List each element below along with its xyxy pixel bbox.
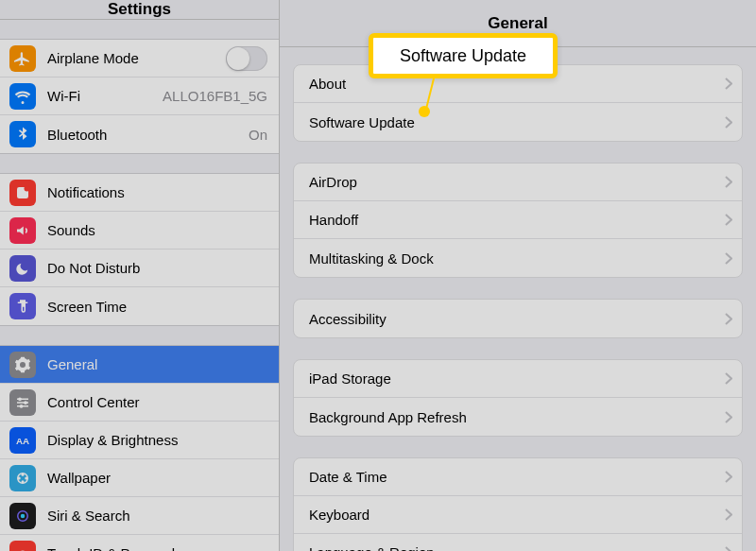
- detail-item-label: Keyboard: [309, 507, 725, 523]
- detail-item-airdrop[interactable]: AirDrop: [294, 164, 742, 201]
- svg-point-15: [21, 513, 26, 518]
- bluetooth-value: On: [249, 127, 267, 143]
- detail-group-sharing: AirDrop Handoff Multitasking & Dock: [293, 163, 743, 278]
- general-icon: [9, 352, 36, 378]
- sidebar-item-control-center[interactable]: Control Center: [0, 384, 279, 422]
- detail-group-system: Date & Time Keyboard Language & Region D…: [293, 457, 743, 551]
- svg-point-7: [20, 404, 24, 407]
- sidebar-title: Settings: [0, 0, 279, 20]
- sidebar-group-general: General Control Center AA Display & Brig…: [0, 345, 279, 551]
- sidebar-item-bluetooth[interactable]: Bluetooth On: [0, 115, 279, 153]
- detail-item-language[interactable]: Language & Region: [294, 534, 742, 551]
- chevron-right-icon: [725, 176, 732, 188]
- svg-point-11: [25, 476, 27, 479]
- chevron-right-icon: [725, 372, 732, 385]
- detail-item-multitasking[interactable]: Multitasking & Dock: [294, 239, 742, 277]
- sidebar-item-label: Wallpaper: [47, 470, 267, 486]
- detail-body[interactable]: About Software Update AirDrop Handoff: [280, 47, 756, 551]
- sidebar-item-siri[interactable]: Siri & Search: [0, 497, 279, 535]
- dnd-icon: [9, 255, 36, 282]
- chevron-right-icon: [725, 77, 732, 90]
- notifications-icon: [9, 180, 36, 206]
- sidebar-item-label: General: [47, 356, 267, 372]
- sidebar-item-wallpaper[interactable]: Wallpaper: [0, 459, 279, 497]
- chevron-right-icon: [725, 471, 732, 483]
- detail-item-label: Background App Refresh: [309, 409, 725, 425]
- sidebar-item-screentime[interactable]: Screen Time: [0, 287, 279, 325]
- bluetooth-icon: [9, 121, 36, 147]
- svg-point-5: [18, 397, 22, 401]
- sidebar-group-connectivity: Airplane Mode Wi-Fi ALLO16FB1_5G Bluetoo…: [0, 39, 279, 154]
- siri-icon: [9, 503, 36, 529]
- detail-item-bg-refresh[interactable]: Background App Refresh: [294, 398, 742, 436]
- airplane-icon: [9, 45, 36, 72]
- svg-point-12: [22, 480, 25, 483]
- detail-item-accessibility[interactable]: Accessibility: [294, 300, 742, 337]
- detail-item-label: Handoff: [309, 212, 725, 228]
- chevron-right-icon: [725, 116, 732, 129]
- detail-item-label: iPad Storage: [309, 370, 725, 387]
- sidebar-item-label: Sounds: [47, 222, 267, 238]
- detail-item-label: Software Update: [309, 114, 725, 130]
- sidebar-item-wifi[interactable]: Wi-Fi ALLO16FB1_5G: [0, 77, 279, 115]
- touchid-icon: [9, 541, 36, 552]
- sidebar-item-label: Control Center: [47, 394, 267, 410]
- sidebar-item-label: Screen Time: [47, 299, 267, 315]
- annotation-pointer-dot: [419, 106, 430, 117]
- sidebar-item-label: Notifications: [47, 184, 267, 200]
- wifi-icon: [9, 83, 36, 110]
- detail-item-storage[interactable]: iPad Storage: [294, 360, 742, 398]
- sidebar-item-label: Wi-Fi: [47, 88, 155, 104]
- chevron-right-icon: [725, 252, 732, 265]
- svg-text:AA: AA: [16, 435, 29, 445]
- svg-point-1: [25, 185, 30, 191]
- sidebar-item-airplane[interactable]: Airplane Mode: [0, 40, 279, 77]
- sidebar-group-notifications: Notifications Sounds Do Not Disturb Scre…: [0, 173, 279, 326]
- sidebar-item-label: Display & Brightness: [47, 432, 267, 448]
- sidebar-item-label: Airplane Mode: [47, 50, 226, 66]
- detail-item-label: Multitasking & Dock: [309, 250, 725, 267]
- sidebar-item-dnd[interactable]: Do Not Disturb: [0, 250, 279, 287]
- airplane-toggle[interactable]: [226, 46, 267, 71]
- detail-group-accessibility: Accessibility: [293, 299, 743, 338]
- display-icon: AA: [9, 427, 36, 454]
- settings-app: Settings Airplane Mode Wi-Fi ALLO16FB1_5…: [0, 0, 756, 551]
- screentime-icon: [9, 293, 36, 319]
- sidebar-item-notifications[interactable]: Notifications: [0, 174, 279, 212]
- sidebar-item-sounds[interactable]: Sounds: [0, 212, 279, 250]
- detail-item-software-update[interactable]: Software Update: [294, 103, 742, 141]
- chevron-right-icon: [725, 411, 732, 423]
- control-icon: [9, 389, 36, 416]
- sounds-icon: [9, 217, 36, 244]
- detail-item-handoff[interactable]: Handoff: [294, 201, 742, 239]
- detail-pane: General About Software Update AirDrop: [280, 0, 756, 551]
- chevron-right-icon: [725, 214, 732, 226]
- wifi-value: ALLO16FB1_5G: [163, 88, 267, 104]
- annotation-text: Software Update: [400, 46, 526, 66]
- wallpaper-icon: [9, 465, 36, 491]
- detail-item-keyboard[interactable]: Keyboard: [294, 496, 742, 534]
- detail-item-date-time[interactable]: Date & Time: [294, 458, 742, 496]
- sidebar-item-label: Touch ID & Passcode: [47, 545, 267, 551]
- svg-point-6: [24, 401, 27, 405]
- chevron-right-icon: [725, 508, 732, 521]
- svg-point-10: [22, 473, 25, 475]
- sidebar-item-label: Bluetooth: [47, 127, 241, 143]
- detail-item-label: AirDrop: [309, 174, 725, 190]
- detail-item-label: Accessibility: [309, 311, 725, 327]
- sidebar-item-label: Do Not Disturb: [47, 260, 267, 276]
- chevron-right-icon: [725, 546, 732, 551]
- sidebar-item-touchid[interactable]: Touch ID & Passcode: [0, 535, 279, 551]
- annotation-callout: Software Update: [369, 33, 558, 78]
- sidebar-item-display[interactable]: AA Display & Brightness: [0, 422, 279, 459]
- sidebar-item-label: Siri & Search: [47, 508, 267, 524]
- detail-item-label: Date & Time: [309, 469, 725, 485]
- sidebar: Settings Airplane Mode Wi-Fi ALLO16FB1_5…: [0, 0, 280, 551]
- sidebar-item-general[interactable]: General: [0, 346, 279, 384]
- svg-point-13: [18, 476, 21, 479]
- chevron-right-icon: [725, 313, 732, 325]
- detail-item-label: Language & Region: [309, 544, 725, 551]
- detail-group-storage: iPad Storage Background App Refresh: [293, 359, 743, 437]
